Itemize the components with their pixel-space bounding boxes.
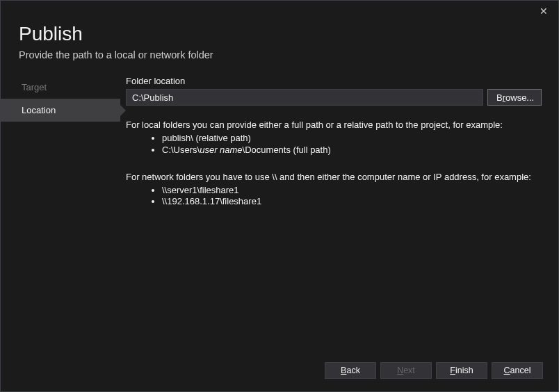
step-location[interactable]: Location bbox=[1, 99, 120, 122]
help-example-server: \\server1\fileshare1 bbox=[162, 185, 542, 197]
help-example-relative: publish\ (relative path) bbox=[162, 133, 542, 145]
wizard-buttons: Back Next Finish Cancel bbox=[325, 362, 543, 379]
folder-location-input[interactable] bbox=[126, 89, 483, 106]
help-text: For local folders you can provide either… bbox=[126, 120, 542, 208]
help-example-ip: \\192.168.1.17\fileshare1 bbox=[162, 196, 542, 208]
page-subtitle: Provide the path to a local or network f… bbox=[19, 49, 558, 60]
help-local-intro: For local folders you can provide either… bbox=[126, 120, 542, 131]
help-network-intro: For network folders you have to use \\ a… bbox=[126, 172, 542, 183]
dialog-header: Publish Provide the path to a local or n… bbox=[1, 1, 558, 60]
next-button: Next bbox=[380, 362, 432, 379]
browse-button[interactable]: Browse... bbox=[487, 89, 542, 106]
step-label: Target bbox=[22, 82, 47, 92]
page-title: Publish bbox=[19, 23, 558, 45]
folder-location-label: Folder location bbox=[126, 76, 542, 86]
content-panel: Folder location Browse... For local fold… bbox=[120, 76, 558, 215]
cancel-button[interactable]: Cancel bbox=[492, 362, 543, 379]
finish-button[interactable]: Finish bbox=[436, 362, 487, 379]
back-button[interactable]: Back bbox=[325, 362, 376, 379]
close-icon[interactable]: ✕ bbox=[535, 3, 553, 19]
wizard-steps: Target Location bbox=[1, 76, 120, 215]
help-example-fullpath: C:\Users\user name\Documents (full path) bbox=[162, 145, 542, 156]
step-target: Target bbox=[1, 76, 120, 99]
step-label: Location bbox=[22, 105, 56, 115]
